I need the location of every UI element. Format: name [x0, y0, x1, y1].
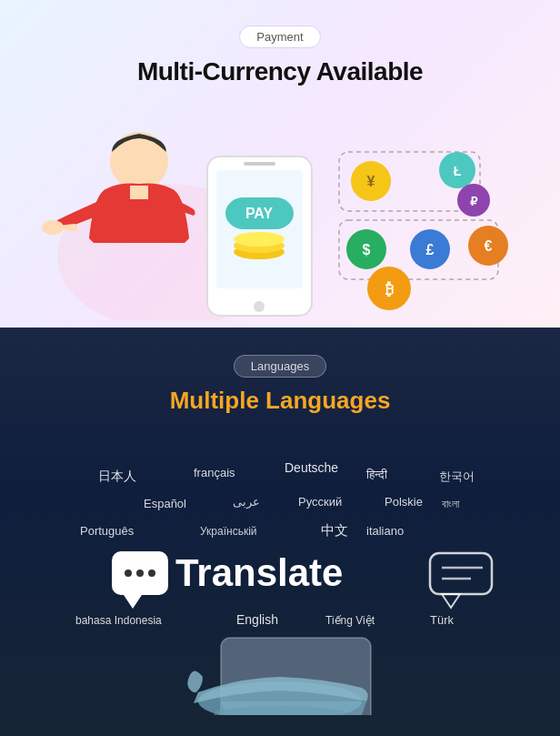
svg-point-47	[148, 570, 155, 577]
svg-point-46	[136, 570, 144, 577]
illustration-area: PAY ¥ Ł $ £ €	[0, 103, 560, 328]
svg-rect-7	[244, 162, 275, 166]
svg-text:हिन्दी: हिन्दी	[365, 468, 388, 481]
svg-marker-44	[124, 595, 142, 609]
svg-text:français: français	[194, 466, 235, 479]
svg-text:€: €	[485, 238, 493, 254]
svg-text:Tiếng Việt: Tiếng Việt	[325, 614, 375, 627]
languages-badge: Languages	[234, 355, 326, 378]
payment-illustration: PAY ¥ Ł $ £ €	[39, 111, 521, 320]
svg-text:₿: ₿	[385, 281, 394, 298]
svg-point-6	[254, 301, 265, 312]
svg-text:中文: 中文	[321, 522, 348, 538]
top-section: Payment Multi-Currency Available	[0, 0, 560, 328]
svg-text:Türk: Türk	[430, 613, 455, 627]
svg-point-45	[125, 570, 132, 577]
svg-text:italiano: italiano	[366, 524, 404, 538]
svg-point-12	[234, 232, 285, 247]
svg-text:Deutsche: Deutsche	[285, 460, 338, 475]
svg-text:¥: ¥	[367, 174, 375, 189]
svg-text:Русский: Русский	[298, 495, 342, 509]
svg-text:한국어: 한국어	[439, 469, 475, 483]
svg-text:$: $	[363, 242, 371, 257]
svg-rect-2	[130, 186, 148, 199]
svg-marker-50	[442, 594, 460, 608]
svg-text:bahasa Indonesia: bahasa Indonesia	[75, 614, 162, 627]
svg-text:Polskie: Polskie	[385, 495, 423, 509]
svg-text:Português: Português	[80, 524, 135, 538]
svg-text:عربى: عربى	[233, 495, 260, 509]
language-cloud: 日本人 français Deutsche हिन्दी 한국어 Español…	[25, 433, 535, 715]
svg-text:বাংলা: বাংলা	[442, 498, 460, 510]
svg-text:日本人: 日本人	[98, 469, 136, 483]
svg-text:£: £	[426, 242, 435, 257]
top-title: Multi-Currency Available	[137, 57, 423, 86]
svg-rect-49	[430, 553, 492, 594]
svg-text:English: English	[236, 612, 278, 627]
language-cloud-svg: 日本人 français Deutsche हिन्दी 한국어 Español…	[25, 433, 535, 715]
svg-text:Translate: Translate	[175, 551, 343, 594]
svg-text:₽: ₽	[470, 195, 478, 208]
bottom-title: Multiple Languages	[170, 387, 391, 415]
bottom-section: Languages Multiple Languages 日本人 françai…	[0, 328, 560, 736]
svg-text:Español: Español	[144, 497, 186, 510]
svg-text:Українській: Українській	[200, 525, 257, 538]
svg-text:Ł: Ł	[454, 164, 462, 178]
svg-text:PAY: PAY	[245, 206, 274, 221]
payment-badge: Payment	[239, 25, 320, 48]
